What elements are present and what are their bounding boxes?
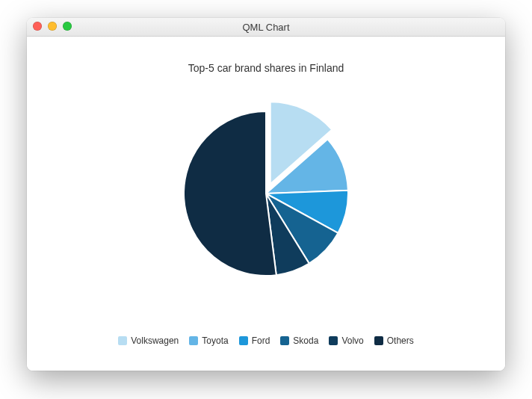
legend-item-toyota[interactable]: Toyota — [189, 335, 228, 346]
legend-item-volvo[interactable]: Volvo — [329, 335, 363, 346]
close-icon[interactable] — [33, 22, 42, 31]
chart-title: Top-5 car brand shares in Finland — [27, 62, 505, 74]
legend-item-skoda[interactable]: Skoda — [280, 335, 318, 346]
window-content: Top-5 car brand shares in Finland Volksw… — [27, 37, 505, 371]
legend-label: Volvo — [341, 335, 363, 346]
legend-label: Others — [387, 335, 414, 346]
pie-chart — [27, 96, 505, 291]
legend-swatch — [374, 336, 383, 345]
window-title: QML Chart — [242, 22, 289, 33]
legend-label: Skoda — [293, 335, 318, 346]
zoom-icon[interactable] — [63, 22, 72, 31]
legend-item-volkswagen[interactable]: Volkswagen — [118, 335, 179, 346]
legend-swatch — [189, 336, 198, 345]
legend-item-ford[interactable]: Ford — [239, 335, 270, 346]
pie-slice-others[interactable] — [184, 111, 276, 276]
legend-swatch — [118, 336, 127, 345]
legend-swatch — [280, 336, 289, 345]
titlebar: QML Chart — [27, 18, 505, 37]
traffic-lights — [33, 22, 72, 31]
legend-label: Ford — [252, 335, 270, 346]
legend-label: Volkswagen — [131, 335, 179, 346]
legend-swatch — [329, 336, 338, 345]
legend-label: Toyota — [202, 335, 228, 346]
app-window: QML Chart Top-5 car brand shares in Finl… — [27, 18, 505, 371]
legend: VolkswagenToyotaFordSkodaVolvoOthers — [27, 335, 505, 346]
legend-item-others[interactable]: Others — [374, 335, 414, 346]
minimize-icon[interactable] — [48, 22, 57, 31]
legend-swatch — [239, 336, 248, 345]
